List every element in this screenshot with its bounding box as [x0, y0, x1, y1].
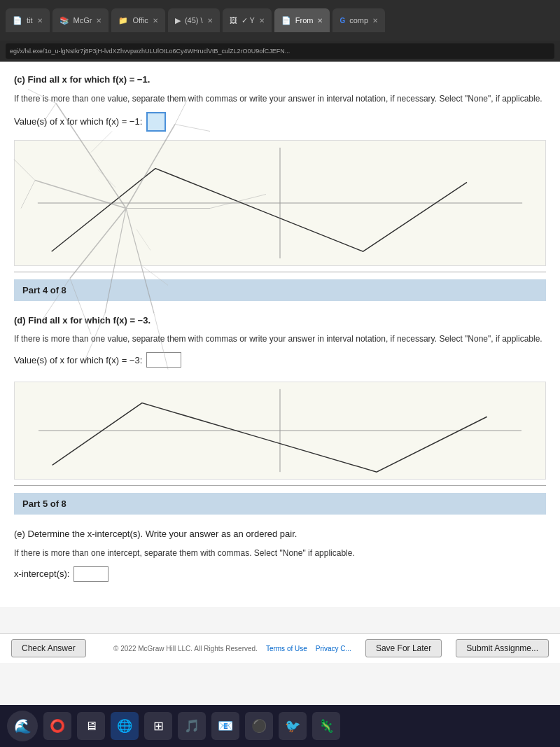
taskbar-game-icon[interactable]: 🦎 — [312, 712, 340, 740]
part-c-question: (c) Find all x for which f(x) = −1. — [14, 73, 546, 87]
part-c-answer-row: Value(s) of x for which f(x) = −1: — [14, 112, 546, 132]
tab-tit[interactable]: 📄 tit ✕ — [6, 8, 50, 32]
part-4-label: Part 4 of 8 — [22, 285, 66, 295]
tab-close-mcgr[interactable]: ✕ — [96, 17, 102, 25]
privacy-link[interactable]: Privacy C... — [316, 645, 351, 652]
tab-google[interactable]: G comp ✕ — [332, 8, 385, 32]
graph-svg-c — [15, 141, 545, 265]
tab-youtube[interactable]: ▶ (45) \ ✕ — [168, 8, 220, 32]
taskbar-music-icon[interactable]: 🎵 — [178, 712, 206, 740]
taskbar-search-icon[interactable]: ⭕ — [43, 712, 71, 740]
page-content: (c) Find all x for which f(x) = −1. If t… — [0, 62, 560, 607]
taskbar: 🌊 ⭕ 🖥 🌐 ⊞ 🎵 📧 ⚫ 🐦 🦎 — [0, 705, 560, 747]
graph-svg-d — [15, 382, 545, 479]
taskbar-windows-icon[interactable]: ⊞ — [144, 712, 172, 740]
part-c-answer-input[interactable] — [146, 112, 166, 132]
taskbar-start-icon[interactable]: 🌊 — [7, 711, 38, 741]
tab-label-tit: tit — [27, 16, 33, 25]
check-answer-button[interactable]: Check Answer — [11, 639, 86, 657]
taskbar-twitter-icon[interactable]: 🐦 — [279, 712, 307, 740]
graph-area-c — [14, 140, 546, 266]
tab-check[interactable]: 🖼 ✓ Y ✕ — [223, 8, 272, 32]
part-d-answer-input[interactable] — [146, 352, 181, 368]
footer-bar: Check Answer © 2022 McGraw Hill LLC. All… — [0, 633, 560, 663]
address-bar[interactable]: egi/x/lsl.exe/1o_u-lgNsIkr7j8P3jH-lvdXZh… — [6, 43, 554, 59]
footer-links: © 2022 McGraw Hill LLC. All Rights Reser… — [113, 645, 351, 652]
tab-label-from: From — [295, 16, 314, 25]
part-d-question-text: (d) Find all x for which f(x) = −3. — [14, 315, 150, 326]
tab-label-google: comp — [349, 16, 368, 25]
tab-label-office: Offic — [132, 16, 148, 25]
part-5-header: Part 5 of 8 — [14, 493, 546, 515]
part-c-answer-label: Value(s) of x for which f(x) = −1: — [14, 116, 142, 127]
tab-favicon-from: 📄 — [281, 16, 291, 25]
submit-assignment-button[interactable]: Submit Assignme... — [456, 639, 549, 657]
tab-close-tit[interactable]: ✕ — [37, 17, 43, 25]
graph-area-d — [14, 382, 546, 480]
tab-favicon-google: G — [340, 17, 345, 25]
tab-from[interactable]: 📄 From ✕ — [274, 8, 330, 32]
content-area: (c) Find all x for which f(x) = −1. If t… — [0, 62, 560, 705]
part-c-instruction: If there is more than one value, separat… — [14, 92, 546, 105]
tab-close-check[interactable]: ✕ — [259, 17, 265, 25]
tab-favicon-office: 📁 — [118, 16, 128, 25]
browser-tabs-bar: 📄 tit ✕ 📚 McGr ✕ 📁 Offic ✕ ▶ (45) \ ✕ 🖼 … — [0, 0, 560, 41]
copyright-text: © 2022 McGraw Hill LLC. All Rights Reser… — [113, 645, 258, 652]
taskbar-taskview-icon[interactable]: 🖥 — [77, 712, 105, 740]
footer-right: © 2022 McGraw Hill LLC. All Rights Reser… — [113, 639, 549, 657]
part-d-question: (d) Find all x for which f(x) = −3. — [14, 314, 546, 328]
tab-label-youtube: (45) \ — [185, 16, 203, 25]
part-d-answer-label: Value(s) of x for which f(x) = −3: — [14, 355, 142, 365]
tab-office[interactable]: 📁 Offic ✕ — [111, 8, 164, 32]
part-4-header: Part 4 of 8 — [14, 279, 546, 301]
part-d-instruction: If there is more than one value, separat… — [14, 333, 546, 345]
part-e-answer-input[interactable] — [74, 566, 108, 582]
part-e-question: (e) Determine the x-intercept(s). Write … — [14, 527, 546, 541]
tab-close-google[interactable]: ✕ — [372, 17, 378, 25]
tab-label-check: ✓ Y — [241, 16, 255, 25]
part-5-label: Part 5 of 8 — [22, 498, 66, 509]
tab-favicon-tit: 📄 — [13, 16, 22, 25]
part-d-section: (d) Find all x for which f(x) = −3. If t… — [14, 308, 546, 382]
save-for-later-button[interactable]: Save For Later — [365, 639, 442, 657]
part-e-instruction: If there is more than one intercept, sep… — [14, 547, 546, 559]
tab-label-mcgr: McGr — [74, 16, 92, 25]
address-bar-row: egi/x/lsl.exe/1o_u-lgNsIkr7j8P3jH-lvdXZh… — [0, 41, 560, 62]
tab-favicon-mcgr: 📚 — [59, 16, 69, 25]
divider-1 — [14, 272, 546, 272]
tab-close-youtube[interactable]: ✕ — [207, 17, 213, 25]
address-bar-text: egi/x/lsl.exe/1o_u-lgNsIkr7j8P3jH-lvdXZh… — [10, 48, 290, 55]
tab-mcgr[interactable]: 📚 McGr ✕ — [52, 8, 109, 32]
tab-favicon-youtube: ▶ — [175, 16, 181, 25]
part-c-section: (c) Find all x for which f(x) = −1. If t… — [14, 73, 546, 132]
tab-favicon-check: 🖼 — [230, 16, 237, 25]
taskbar-edge-icon[interactable]: 🌐 — [111, 712, 139, 740]
part-e-answer-row: x-intercept(s): — [14, 566, 546, 582]
tab-close-office[interactable]: ✕ — [153, 17, 158, 25]
part-c-question-label: (c) Find all x for which f(x) = −1. — [14, 74, 150, 85]
terms-link[interactable]: Terms of Use — [266, 645, 307, 652]
part-e-section: (e) Determine the x-intercept(s). Write … — [14, 522, 546, 596]
divider-2 — [14, 485, 546, 486]
part-e-answer-label: x-intercept(s): — [14, 568, 69, 579]
taskbar-mail-icon[interactable]: 📧 — [211, 712, 239, 740]
tab-close-from[interactable]: ✕ — [317, 17, 323, 25]
part-d-answer-row: Value(s) of x for which f(x) = −3: — [14, 352, 546, 368]
taskbar-circle-icon[interactable]: ⚫ — [245, 712, 273, 740]
